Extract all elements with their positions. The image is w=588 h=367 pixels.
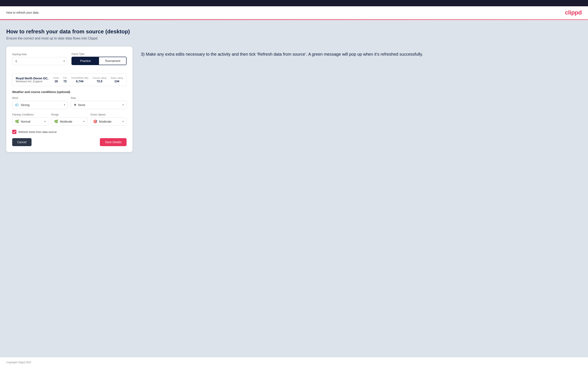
wind-icon: 💨 xyxy=(15,103,19,107)
slope-rating-label: Slope rating xyxy=(111,77,123,79)
holes-stat: Holes 18 xyxy=(53,77,59,83)
green-speed-select[interactable]: 🎯 Moderate ▾ xyxy=(90,117,127,125)
green-speed-arrow-icon: ▾ xyxy=(122,120,124,123)
side-note: 3) Make any extra edits necessary to the… xyxy=(141,47,582,58)
rain-select[interactable]: ☀ None ▾ xyxy=(71,101,127,109)
header: How to refresh your data clippd xyxy=(0,6,588,19)
rough-select[interactable]: 🌿 Moderate ▾ xyxy=(51,117,87,125)
course-stats: Holes 18 Par 72 Yards/White (M)) 6,744 C… xyxy=(53,77,123,83)
yards-label: Yards/White (M)) xyxy=(71,77,88,79)
holes-label: Holes xyxy=(53,77,59,79)
logo: clippd xyxy=(565,9,582,16)
rain-field: Rain ☀ None ▾ xyxy=(71,97,127,109)
rain-label: Rain xyxy=(71,97,127,100)
par-stat: Par 72 xyxy=(63,77,67,83)
game-type-label: Game Type xyxy=(71,52,127,55)
wind-arrow-icon: ▾ xyxy=(64,103,65,106)
starting-hole-wrapper: 1 ▾ xyxy=(12,57,67,65)
rough-arrow-icon: ▾ xyxy=(83,120,85,123)
weather-section: Weather and course conditions (optional)… xyxy=(12,90,127,125)
content-row: Starting Hole 1 ▾ Game Type Practice Tou… xyxy=(6,47,582,152)
weather-section-title: Weather and course conditions (optional) xyxy=(12,90,127,94)
par-value: 72 xyxy=(63,80,67,83)
course-location: Westward Ho!, England xyxy=(16,80,48,83)
yards-stat: Yards/White (M)) 6,744 xyxy=(71,77,88,83)
side-note-text: 3) Make any extra edits necessary to the… xyxy=(141,51,582,58)
course-info-box: Royal North Devon GC, Westward Ho!, Engl… xyxy=(12,74,127,86)
par-label: Par xyxy=(63,77,67,79)
rough-icon: 🌿 xyxy=(54,119,58,124)
course-rating-stat: Course rating 72.5 xyxy=(93,77,106,83)
wind-label: Wind xyxy=(12,97,68,100)
yards-value: 6,744 xyxy=(71,80,88,83)
starting-hole-section: Starting Hole 1 ▾ xyxy=(12,53,67,65)
fairway-value: Normal xyxy=(21,120,43,123)
course-rating-value: 72.5 xyxy=(93,80,106,83)
header-title: How to refresh your data xyxy=(6,11,38,14)
rain-value: None xyxy=(78,103,121,107)
page-heading: How to refresh your data from source (de… xyxy=(6,28,582,35)
rough-value: Moderate xyxy=(60,120,82,123)
cancel-button[interactable]: Cancel xyxy=(12,138,32,146)
save-button[interactable]: Save Details xyxy=(100,138,127,146)
wind-select[interactable]: 💨 Strong ▾ xyxy=(12,101,68,109)
fairway-field: Fairway Conditions 🌿 Normal ▾ xyxy=(12,113,48,125)
starting-hole-label: Starting Hole xyxy=(12,53,67,56)
wind-field: Wind 💨 Strong ▾ xyxy=(12,97,68,109)
footer-text: Copyright Clippd 2022 xyxy=(6,361,31,364)
refresh-label: Refresh shots from data source xyxy=(18,130,57,133)
starting-game-row: Starting Hole 1 ▾ Game Type Practice Tou… xyxy=(12,52,127,69)
rough-field: Rough 🌿 Moderate ▾ xyxy=(51,113,87,125)
slope-rating-stat: Slope rating 134 xyxy=(111,77,123,83)
page-subtitle: Ensure the correct and most up to date d… xyxy=(6,37,582,40)
top-bar xyxy=(0,0,588,6)
course-rating-label: Course rating xyxy=(93,77,106,79)
course-name: Royal North Devon GC, xyxy=(16,77,48,80)
conditions-row: Fairway Conditions 🌿 Normal ▾ Rough 🌿 Mo… xyxy=(12,113,127,125)
tournament-button[interactable]: Tournament xyxy=(99,57,126,65)
footer: Copyright Clippd 2022 xyxy=(0,357,588,367)
green-speed-icon: 🎯 xyxy=(93,119,97,124)
refresh-checkbox[interactable] xyxy=(12,130,16,134)
fairway-label: Fairway Conditions xyxy=(12,113,48,116)
rain-arrow-icon: ▾ xyxy=(122,103,124,106)
refresh-checkbox-row: Refresh shots from data source xyxy=(12,130,127,134)
wind-rain-row: Wind 💨 Strong ▾ Rain ☀ None ▾ xyxy=(12,97,127,109)
rough-label: Rough xyxy=(51,113,87,116)
checkmark-icon xyxy=(13,131,16,133)
starting-hole-select[interactable]: 1 xyxy=(12,57,67,65)
green-speed-value: Moderate xyxy=(99,120,121,123)
main-content: How to refresh your data from source (de… xyxy=(0,20,588,357)
button-row: Cancel Save Details xyxy=(12,138,127,146)
fairway-select[interactable]: 🌿 Normal ▾ xyxy=(12,117,48,125)
wind-value: Strong xyxy=(21,103,62,107)
course-details: Royal North Devon GC, Westward Ho!, Engl… xyxy=(16,77,48,83)
fairway-icon: 🌿 xyxy=(15,119,19,124)
practice-button[interactable]: Practice xyxy=(72,57,99,65)
game-type-buttons: Practice Tournament xyxy=(71,57,127,65)
holes-value: 18 xyxy=(53,80,59,83)
main-card: Starting Hole 1 ▾ Game Type Practice Tou… xyxy=(6,47,132,152)
green-speed-label: Green Speed xyxy=(90,113,127,116)
slope-rating-value: 134 xyxy=(111,80,123,83)
game-type-section: Game Type Practice Tournament xyxy=(71,52,127,65)
fairway-arrow-icon: ▾ xyxy=(44,120,46,123)
green-speed-field: Green Speed 🎯 Moderate ▾ xyxy=(90,113,127,125)
rain-icon: ☀ xyxy=(74,103,77,107)
